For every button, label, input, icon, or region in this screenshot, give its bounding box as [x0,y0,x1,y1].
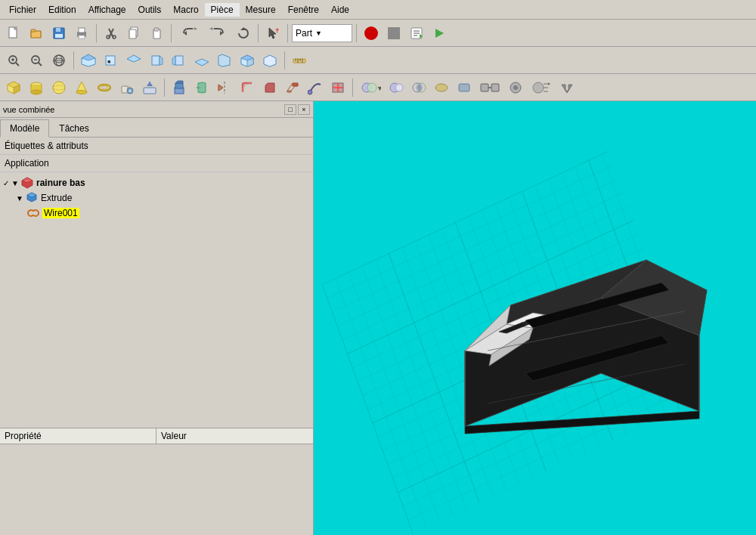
svg-marker-49 [160,56,163,65]
menu-affichage[interactable]: Affichage [82,3,132,17]
extrude-tool[interactable] [169,77,190,98]
revolve-tool[interactable] [191,77,212,98]
tab-taches[interactable]: Tâches [49,119,98,137]
import-button[interactable] [139,77,160,98]
mirror-tool[interactable] [214,77,235,98]
new-button[interactable] [3,23,24,44]
tree-item-wire001[interactable]: Wire001 [0,206,313,221]
svg-point-74 [76,90,87,94]
view-front[interactable]: ■ [101,50,122,71]
svg-rect-81 [144,88,156,94]
extrude-expand[interactable]: ▼ [15,193,24,203]
menu-aide[interactable]: Aide [325,3,355,17]
cylinder-button[interactable] [26,77,47,98]
shape-tool2[interactable] [454,77,475,98]
feature-tool2[interactable] [528,77,555,98]
cursor-button[interactable]: ? [262,23,284,44]
feature-tool1[interactable] [505,77,526,98]
menu-mesure[interactable]: Mesure [240,3,282,17]
menu-edition[interactable]: Edition [42,3,82,17]
viewport[interactable] [314,101,756,535]
svg-marker-20 [194,27,197,30]
loft-tool[interactable] [282,77,303,98]
svg-point-106 [435,84,448,91]
view-back[interactable] [214,50,235,71]
chamfer-tool[interactable] [259,77,280,98]
svg-line-38 [39,63,42,66]
sep8 [164,79,165,97]
extrude-icon [26,192,38,204]
viewport-3d-object [374,199,756,517]
tree-item-extrude[interactable]: ▼ Extrude [0,190,313,206]
stop-button[interactable] [383,23,404,44]
svg-rect-107 [459,84,469,91]
boolean-intersect[interactable] [408,77,429,98]
sep6 [73,51,74,70]
shape-tool3[interactable] [476,77,503,98]
svg-marker-86 [175,81,183,83]
fit-all-button[interactable] [26,50,47,71]
shape-tool1[interactable] [431,77,452,98]
view-iso1[interactable] [237,50,258,71]
fillet-tool[interactable] [237,77,258,98]
svg-point-113 [533,82,544,93]
open-button[interactable] [26,23,47,44]
undo-button[interactable] [175,23,203,44]
redo-button[interactable] [204,23,231,44]
menu-piece[interactable]: Pièce [205,3,240,17]
play-button[interactable] [429,23,450,44]
part-dropdown[interactable]: Part ▼ [292,24,352,42]
menu-fichier[interactable]: Fichier [3,3,42,17]
save-button[interactable] [48,23,70,44]
extrude-label: Extrude [41,193,72,203]
menu-macro[interactable]: Macro [167,3,204,17]
view-iso2[interactable] [259,50,280,71]
copy-button[interactable] [123,23,144,44]
zoom-button[interactable] [3,50,24,71]
sphere-button[interactable] [48,77,70,98]
part-from-file[interactable]: + [116,77,138,98]
menu-fenetre[interactable]: Fenêtre [282,3,325,17]
svg-rect-5 [56,28,60,32]
svg-rect-6 [55,34,63,38]
panel-section-app: Application [0,155,313,172]
panel-close-btn[interactable]: × [298,104,310,115]
svg-rect-9 [79,36,85,39]
panel-minimize-btn[interactable]: □ [284,104,296,115]
panel-titlebar: vue combinée □ × [0,101,313,118]
view-top[interactable] [123,50,144,71]
measure-button[interactable] [289,50,310,71]
boolean-cut[interactable] [386,77,407,98]
props-col-value: Valeur [156,428,313,444]
svg-marker-52 [195,59,209,66]
box-button[interactable] [3,77,24,98]
view-home[interactable] [78,50,99,71]
print-button[interactable] [71,23,92,44]
cone-button[interactable] [71,77,92,98]
view-left[interactable] [169,50,190,71]
svg-marker-32 [435,29,444,38]
svg-rect-108 [481,84,488,91]
torus-button[interactable] [94,77,115,98]
paste-button[interactable] [146,23,167,44]
svg-rect-109 [491,84,499,91]
menu-outils[interactable]: Outils [132,3,168,17]
view3d-button[interactable] [48,50,70,71]
sweep-tool[interactable] [305,77,326,98]
left-panel: vue combinée □ × Modèle Tâches Étiquette… [0,101,314,535]
tree-item-root[interactable]: ✓ ▼ rainure bas [0,175,313,190]
view-bottom[interactable] [191,50,212,71]
props-col-property: Propriété [0,428,156,444]
svg-point-103 [395,84,403,91]
cut-button[interactable] [101,23,122,44]
root-expand[interactable]: ▼ [11,178,20,187]
record-button[interactable] [361,23,382,44]
refresh-button[interactable] [233,23,254,44]
view-right[interactable] [146,50,167,71]
svg-rect-58 [293,59,305,63]
boolean-union[interactable]: ▼ [357,77,384,98]
macro-button[interactable] [406,23,427,44]
section-tool[interactable] [327,77,349,98]
tab-modele[interactable]: Modèle [0,119,49,138]
check-tool[interactable] [556,77,578,98]
